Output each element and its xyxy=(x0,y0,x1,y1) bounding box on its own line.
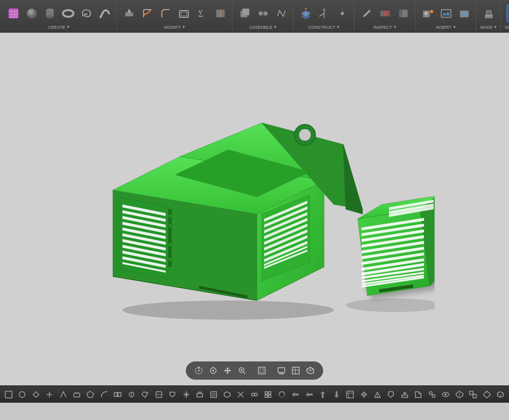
btm-tool-1[interactable] xyxy=(2,388,15,401)
measure-button[interactable] xyxy=(358,5,376,22)
interference-button[interactable] xyxy=(376,5,394,22)
press-pull-button[interactable] xyxy=(121,5,138,22)
btm-tool-12[interactable] xyxy=(152,388,165,401)
svg-rect-143 xyxy=(74,393,80,397)
btm-tool-28[interactable] xyxy=(371,388,384,401)
btm-tool-6[interactable] xyxy=(70,388,83,401)
btm-tool-18[interactable] xyxy=(234,388,247,401)
modify-label[interactable]: MODIFY ▼ xyxy=(164,25,186,30)
svg-rect-161 xyxy=(268,392,271,394)
fillet-button[interactable] xyxy=(139,5,156,22)
look-at-button[interactable] xyxy=(206,364,220,377)
new-component-button[interactable] xyxy=(236,5,254,22)
construct-group: CONSTRUCT ▼ xyxy=(294,1,354,32)
btm-tool-17[interactable] xyxy=(220,388,233,401)
btm-tool-27[interactable] xyxy=(357,388,370,401)
svg-rect-0 xyxy=(9,9,18,18)
btm-tool-11[interactable] xyxy=(139,388,152,401)
svg-rect-16 xyxy=(181,12,187,16)
zoom-button[interactable] xyxy=(235,364,249,377)
create-box-button[interactable] xyxy=(5,5,22,22)
construct-label[interactable]: CONSTRUCT ▼ xyxy=(308,25,340,30)
fit-window-button[interactable] xyxy=(255,364,268,377)
shell-button[interactable] xyxy=(175,5,193,22)
btm-tool-10[interactable] xyxy=(125,388,138,401)
axis-button[interactable] xyxy=(315,5,333,22)
insert-label[interactable]: INSERT ▼ xyxy=(436,25,457,30)
svg-marker-13 xyxy=(127,9,131,12)
create-cylinder-button[interactable] xyxy=(41,5,59,22)
offset-plane-button[interactable] xyxy=(297,5,315,22)
btm-tool-33[interactable] xyxy=(439,388,452,401)
btm-tool-20[interactable] xyxy=(262,388,275,401)
btm-tool-19[interactable] xyxy=(248,388,261,401)
svg-rect-132 xyxy=(292,367,299,374)
btm-tool-30[interactable] xyxy=(398,388,411,401)
btm-tool-14[interactable] xyxy=(180,388,193,401)
create-sphere-button[interactable] xyxy=(23,5,40,22)
point-button[interactable] xyxy=(334,5,351,22)
canvas-area[interactable] xyxy=(0,33,509,385)
btm-tool-31[interactable] xyxy=(412,388,425,401)
decal-button[interactable] xyxy=(456,5,473,22)
select-button[interactable]: ▼ xyxy=(507,5,509,22)
svg-point-140 xyxy=(19,392,25,397)
assemble-group: ASSEMBLE ▼ xyxy=(233,1,293,32)
btm-tool-32[interactable] xyxy=(425,388,438,401)
btm-tool-16[interactable] xyxy=(207,388,220,401)
create-group: CREATE ▼ xyxy=(2,1,117,32)
assemble-label[interactable]: ASSEMBLE ▼ xyxy=(249,25,277,30)
btm-tool-24[interactable] xyxy=(316,388,329,401)
btm-tool-37[interactable] xyxy=(494,388,507,401)
create-pipe-button[interactable] xyxy=(96,5,113,22)
insert-mcmaster-button[interactable] xyxy=(419,5,436,22)
chamfer-button[interactable] xyxy=(157,5,174,22)
section-analysis-button[interactable] xyxy=(395,5,412,22)
create-torus-button[interactable] xyxy=(60,5,77,22)
inspect-label[interactable]: INSPECT ▼ xyxy=(374,25,397,30)
grid-settings-button[interactable] xyxy=(289,364,303,377)
create-label[interactable]: CREATE ▼ xyxy=(48,25,70,30)
btm-tool-23[interactable] xyxy=(303,388,315,401)
btm-tool-2[interactable] xyxy=(15,388,28,401)
btm-tool-26[interactable] xyxy=(343,388,356,401)
btm-tool-7[interactable] xyxy=(84,388,97,401)
split-button[interactable] xyxy=(212,5,229,22)
svg-rect-139 xyxy=(5,391,12,398)
btm-tool-9[interactable] xyxy=(111,388,124,401)
svg-text:Σ: Σ xyxy=(198,9,203,19)
btm-tool-22[interactable] xyxy=(289,388,302,401)
svg-marker-42 xyxy=(430,10,434,13)
btm-tool-3[interactable] xyxy=(29,388,42,401)
svg-point-120 xyxy=(212,370,214,372)
3dprint-button[interactable] xyxy=(480,5,497,22)
svg-point-159 xyxy=(254,393,257,396)
btm-tool-5[interactable] xyxy=(57,388,70,401)
btm-tool-8[interactable] xyxy=(97,388,110,401)
btm-tool-35[interactable] xyxy=(466,388,479,401)
orbit-button[interactable] xyxy=(192,364,206,377)
svg-rect-153 xyxy=(197,394,203,397)
svg-marker-29 xyxy=(323,9,325,11)
display-mode-button[interactable] xyxy=(275,364,288,377)
btm-tool-34[interactable] xyxy=(453,388,466,401)
sigma-button[interactable]: Σ xyxy=(194,5,211,22)
btm-tool-29[interactable] xyxy=(385,388,398,401)
create-coil-button[interactable] xyxy=(78,5,95,22)
pan-button[interactable] xyxy=(221,364,234,377)
svg-rect-147 xyxy=(114,393,118,396)
joint-button[interactable] xyxy=(254,5,272,22)
svg-rect-80 xyxy=(169,243,171,247)
make-label[interactable]: MAKE ▼ xyxy=(480,25,497,30)
btm-tool-25[interactable] xyxy=(330,388,343,401)
canvas-button[interactable] xyxy=(437,5,455,22)
btm-tool-4[interactable] xyxy=(43,388,56,401)
select-label[interactable]: SELECT ▼ xyxy=(505,25,509,30)
btm-tool-15[interactable] xyxy=(193,388,206,401)
viewcube-button[interactable] xyxy=(303,364,317,377)
btm-tool-13[interactable] xyxy=(166,388,179,401)
motion-link-button[interactable] xyxy=(273,5,290,22)
btm-tool-21[interactable] xyxy=(275,388,288,401)
btm-tool-36[interactable] xyxy=(480,388,493,401)
make-group: MAKE ▼ xyxy=(477,1,501,32)
